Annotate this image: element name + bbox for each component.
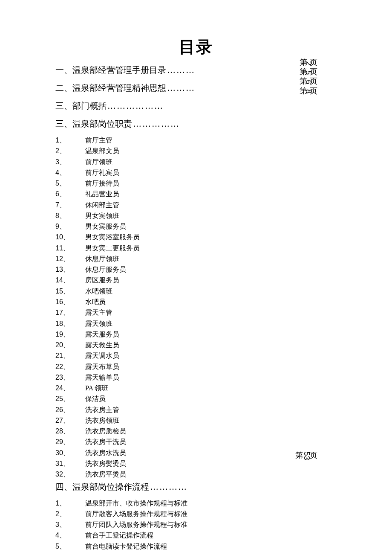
subitem-number: 31、 [55,458,85,469]
subitem-number: 25、 [55,393,85,404]
toc-section-1: 一、 温泉部经营管理手册目录 ……… [55,63,337,77]
toc-subitem: 6、礼品营业员 [55,189,337,199]
subitem-label: 男女宾服务员 [85,221,337,232]
subitem-label: PA 领班 [85,383,337,393]
page-ref: 第6页 [300,77,317,86]
section-label: 温泉部岗位职责 [72,117,132,131]
section-number: 三、 [55,99,72,113]
document-page: 目录 一、 温泉部经营管理手册目录 ……… 二、 温泉部经营管理精神思想 ………… [0,0,392,555]
subitem-number: 17、 [55,307,85,318]
subitem-label: 露天布草员 [85,361,337,372]
toc-subitem: 1、温泉部开市、收市操作规程与标准 [55,498,337,509]
subitem-number: 12、 [55,253,85,264]
toc-subitem: 27、洗衣房领班 [55,415,337,426]
toc-subitem: 9、男女宾服务员 [55,221,337,232]
subitem-label: 前厅团队入场服务操作规程与标准 [85,519,337,530]
page-refs-top: 第2页 第5页 第6页 第8页 [300,58,317,96]
toc-subitem: 16、水吧员 [55,296,337,307]
subitem-number: 18、 [55,318,85,329]
subitem-number: 30、 [55,447,85,458]
subitem-number: 16、 [55,296,85,307]
subitem-label: 露天输单员 [85,372,337,383]
subitem-number: 2、 [55,509,85,519]
subitem-label: 男女宾领班 [85,210,337,221]
toc-subitem: 15、水吧领班 [55,286,337,296]
subitem-label: 水吧领班 [85,286,337,296]
subitem-number: 5、 [55,541,85,552]
subitem-number: 1、 [55,498,85,509]
toc-subitem: 12、休息厅领班 [55,253,337,264]
document-title: 目录 [55,36,337,58]
section-number: 三、 [55,117,72,131]
subitem-number: 20、 [55,340,85,350]
subitem-label: 男女宾二更服务员 [85,243,337,253]
toc-subitem: 32、洗衣房平烫员 [55,469,337,479]
section-number: 一、 [55,63,72,77]
toc-subitem: 14、房区服务员 [55,275,337,285]
subitem-label: 男女宾浴室服务员 [85,232,337,242]
toc-subitem: 2、前厅散客入场服务操作规程与标准 [55,509,337,519]
section-number: 四、 [55,480,72,494]
subitem-number: 6、 [55,189,85,199]
subitem-label: 露天领班 [85,318,337,329]
subitem-number: 21、 [55,350,85,361]
leader-dots: ………… [150,480,187,494]
subitem-label: 保洁员 [85,393,337,404]
leader-dots: ……… [167,81,195,95]
subitem-number: 26、 [55,404,85,415]
subitem-label: 前厅礼宾员 [85,167,337,178]
subitem-number: 4、 [55,530,85,540]
toc-subitem: 10、男女宾浴室服务员 [55,232,337,242]
page-ref-number: 5 [304,70,313,75]
subitem-label: 前厅接待员 [85,178,337,189]
subitem-label: 水吧员 [85,296,337,307]
subitem-label: 温泉部开市、收市操作规程与标准 [85,498,337,509]
toc-subitem: 29、洗衣房干洗员 [55,436,337,447]
subitem-number: 27、 [55,415,85,426]
subitem-label: 休息厅领班 [85,253,337,264]
page-ref-suffix: 页 [310,451,317,459]
toc-subitem: 5、前台电脑读卡登记操作流程 [55,541,337,552]
toc-subitem: 8、男女宾领班 [55,210,337,221]
subitem-number: 9、 [55,221,85,232]
section-label: 部门概括 [72,99,107,113]
subitem-number: 2、 [55,145,85,156]
page-ref-number: 53 [302,452,311,460]
toc-sublist-4: 1、温泉部开市、收市操作规程与标准2、前厅散客入场服务操作规程与标准3、前厅团队… [55,498,337,552]
toc-section-3: 三、 部门概括 ……………… [55,99,337,113]
toc-subitem: 17、露天主管 [55,307,337,318]
subitem-number: 29、 [55,436,85,447]
subitem-label: 前台手工登记操作流程 [85,530,337,540]
page-ref-number: 8 [304,90,313,94]
toc-subitem: 1、前厅主管 [55,135,337,145]
leader-dots: ……… [167,63,195,77]
subitem-number: 3、 [55,157,85,167]
toc-subitem: 22、露天布草员 [55,361,337,372]
subitem-label: 洗衣房主管 [85,404,337,415]
toc-section-4: 四、 温泉部岗位操作流程 ………… [55,480,337,494]
subitem-number: 24、 [55,383,85,393]
subitem-label: 露天调水员 [85,350,337,361]
toc-subitem: 28、洗衣房质检员 [55,426,337,436]
subitem-label: 洗衣房平烫员 [85,469,337,479]
subitem-label: 洗衣房干洗员 [85,436,337,447]
toc-subitem: 30、洗衣房水洗员 [55,447,337,458]
section-label: 温泉部经营管理精神思想 [72,81,166,95]
subitem-number: 11、 [55,243,85,253]
subitem-label: 前台电脑读卡登记操作流程 [85,541,337,552]
toc-subitem: 5、前厅接待员 [55,178,337,189]
page-ref: 第8页 [300,87,317,96]
toc-sublist-3: 1、前厅主管2、温泉部文员3、前厅领班4、前厅礼宾员5、前厅接待员6、礼品营业员… [55,135,337,480]
subitem-label: 房区服务员 [85,275,337,285]
subitem-number: 23、 [55,372,85,383]
toc-subitem: 26、洗衣房主管 [55,404,337,415]
toc-subitem: 3、前厅团队入场服务操作规程与标准 [55,519,337,530]
subitem-label: 前厅散客入场服务操作规程与标准 [85,509,337,519]
subitem-number: 28、 [55,426,85,436]
toc-subitem: 23、露天输单员 [55,372,337,383]
page-ref: 第5页 [300,67,317,77]
page-ref-number: 2 [304,61,313,65]
toc-subitem: 19、露天服务员 [55,329,337,340]
page-ref-bottom: 第53页 [295,450,317,460]
subitem-label: 前厅领班 [85,157,337,167]
